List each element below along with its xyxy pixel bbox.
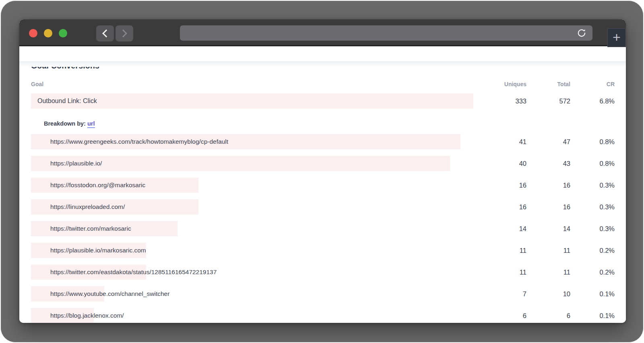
row-uniques: 41	[473, 138, 526, 146]
row-total: 6	[526, 312, 570, 320]
url-label: https://www.greengeeks.com/track/howtoma…	[44, 134, 473, 149]
breakdown-row[interactable]: https://blog.jacklenox.com/660.1%	[31, 308, 615, 323]
breakdown-link-url[interactable]: url	[87, 120, 95, 128]
goal-cr: 6.8%	[570, 97, 615, 105]
top-fade	[19, 61, 626, 67]
row-total: 10	[526, 290, 570, 298]
row-cr: 0.3%	[570, 203, 615, 211]
breakdown-rows: https://www.greengeeks.com/track/howtoma…	[31, 134, 615, 323]
row-total: 16	[526, 203, 570, 211]
row-cr: 0.2%	[570, 247, 615, 254]
row-total: 43	[526, 160, 570, 167]
zoom-window-button[interactable]	[59, 29, 67, 37]
row-cr: 0.3%	[570, 182, 615, 189]
column-header-total: Total	[526, 81, 570, 87]
column-header-uniques: Uniques	[473, 81, 526, 87]
breakdown-by: Breakdown by: url	[44, 120, 615, 127]
goal-uniques: 333	[473, 97, 526, 105]
breakdown-row[interactable]: https://fosstodon.org/@markosaric16160.3…	[31, 178, 615, 193]
url-label: https://linuxpreloaded.com/	[44, 199, 473, 215]
row-total: 47	[526, 138, 570, 146]
url-bar-cell: https://plausible.io/markosaric.com	[31, 243, 473, 258]
goal-bar-cell: Outbound Link: Click	[31, 93, 473, 109]
url-bar-cell: https://www.youtube.com/channel_switcher	[31, 286, 473, 302]
browser-window: + Goal Conversions Goal Uniques Total CR…	[19, 19, 626, 323]
url-bar-cell: https://plausible.io/	[31, 156, 473, 171]
row-uniques: 11	[473, 269, 526, 276]
breakdown-row[interactable]: https://www.youtube.com/channel_switcher…	[31, 286, 615, 302]
chevron-right-icon	[119, 29, 127, 37]
url-bar-cell: https://www.greengeeks.com/track/howtoma…	[31, 134, 473, 149]
new-tab-button[interactable]: +	[607, 28, 626, 47]
row-cr: 0.1%	[570, 290, 615, 298]
row-uniques: 6	[473, 312, 526, 320]
row-total: 16	[526, 182, 570, 189]
traffic-lights	[29, 29, 67, 37]
url-bar[interactable]	[180, 25, 592, 41]
breakdown-row[interactable]: https://plausible.io/markosaric.com11110…	[31, 243, 615, 258]
breakdown-row[interactable]: https://plausible.io/40430.8%	[31, 156, 615, 171]
mockup-card: + Goal Conversions Goal Uniques Total CR…	[1, 1, 643, 342]
goal-name: Outbound Link: Click	[31, 93, 473, 109]
chevron-left-icon	[102, 29, 110, 37]
goal-total: 572	[526, 97, 570, 105]
table-header: Goal Uniques Total CR	[31, 81, 615, 87]
url-label: https://www.youtube.com/channel_switcher	[44, 286, 473, 302]
plus-icon: +	[613, 30, 621, 44]
row-cr: 0.3%	[570, 225, 615, 233]
url-label: https://twitter.com/eastdakota/status/12…	[44, 264, 473, 280]
row-total: 11	[526, 269, 570, 276]
column-header-cr: CR	[570, 81, 615, 87]
backdrop: + Goal Conversions Goal Uniques Total CR…	[0, 0, 644, 343]
breakdown-row[interactable]: https://linuxpreloaded.com/16160.3%	[31, 199, 615, 215]
breakdown-row[interactable]: https://www.greengeeks.com/track/howtoma…	[31, 134, 615, 149]
url-bar-cell: https://fosstodon.org/@markosaric	[31, 178, 473, 193]
forward-button[interactable]	[116, 25, 133, 41]
row-uniques: 16	[473, 203, 526, 211]
url-label: https://fosstodon.org/@markosaric	[44, 178, 473, 193]
row-uniques: 16	[473, 182, 526, 189]
row-cr: 0.8%	[570, 160, 615, 167]
breakdown-row[interactable]: https://twitter.com/eastdakota/status/12…	[31, 264, 615, 280]
breakdown-label: Breakdown by:	[44, 120, 86, 127]
row-uniques: 40	[473, 160, 526, 167]
url-bar-cell: https://blog.jacklenox.com/	[31, 308, 473, 323]
url-label: https://plausible.io/markosaric.com	[44, 243, 473, 258]
goal-row[interactable]: Outbound Link: Click 333 572 6.8%	[31, 93, 615, 109]
row-cr: 0.8%	[570, 138, 615, 146]
url-label: https://blog.jacklenox.com/	[44, 308, 473, 323]
url-bar-cell: https://twitter.com/eastdakota/status/12…	[31, 264, 473, 280]
row-cr: 0.2%	[570, 269, 615, 276]
report-panel: Goal Conversions Goal Uniques Total CR O…	[19, 61, 626, 323]
row-uniques: 11	[473, 247, 526, 254]
back-button[interactable]	[96, 25, 114, 41]
breakdown-row[interactable]: https://twitter.com/markosaric14140.3%	[31, 221, 615, 236]
url-bar-cell: https://linuxpreloaded.com/	[31, 199, 473, 215]
url-bar-cell: https://twitter.com/markosaric	[31, 221, 473, 236]
url-label: https://twitter.com/markosaric	[44, 221, 473, 236]
row-total: 11	[526, 247, 570, 254]
browser-toolbar: +	[19, 19, 626, 46]
url-label: https://plausible.io/	[44, 156, 473, 171]
refresh-icon[interactable]	[576, 28, 587, 38]
column-header-goal: Goal	[31, 81, 473, 87]
minimize-window-button[interactable]	[44, 29, 52, 37]
row-total: 14	[526, 225, 570, 233]
row-cr: 0.1%	[570, 312, 615, 320]
row-uniques: 7	[473, 290, 526, 298]
close-window-button[interactable]	[29, 29, 37, 37]
row-uniques: 14	[473, 225, 526, 233]
